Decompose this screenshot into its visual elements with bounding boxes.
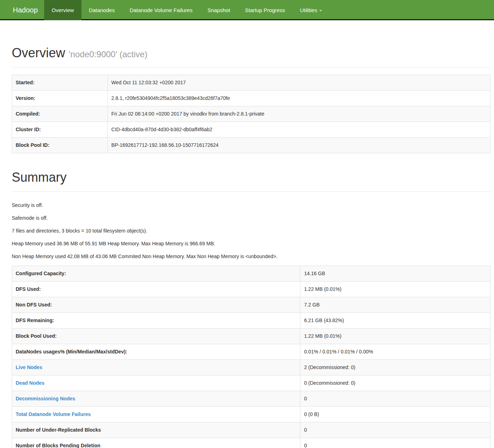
- row-label-cell: Dead Nodes: [12, 375, 300, 391]
- row-label-cell: Block Pool Used:: [12, 329, 300, 344]
- nav-link[interactable]: Overview: [44, 0, 82, 20]
- nav-link[interactable]: Startup Progress: [237, 0, 293, 20]
- nav-link[interactable]: Datanodes: [82, 0, 122, 20]
- row-label-cell: Number of Under-Replicated Blocks: [12, 422, 300, 438]
- nav-item-datanode-volume-failures: Datanode Volume Failures: [122, 0, 200, 19]
- nav-item-startup-progress: Startup Progress: [237, 0, 293, 19]
- nav-menu: Overview Datanodes Datanode Volume Failu…: [44, 0, 330, 19]
- row-label: Started:: [12, 75, 108, 90]
- row-label[interactable]: Total Datanode Volume Failures: [16, 411, 91, 417]
- summary-status-text: Security is off. Safemode is off. 7 file…: [12, 202, 490, 260]
- row-value: 0 (0 B): [300, 407, 490, 422]
- status-line: Security is off.: [12, 202, 490, 209]
- table-row: Number of Blocks Pending Deletion 0: [12, 438, 490, 448]
- row-value: 0.01% / 0.01% / 0.01% / 0.00%: [300, 344, 490, 360]
- table-row: Number of Under-Replicated Blocks 0: [12, 422, 490, 438]
- table-row: Live Nodes 2 (Decommissioned: 0): [12, 360, 490, 375]
- row-value: 7.2 GB: [300, 297, 490, 313]
- row-label: DFS Used:: [16, 286, 41, 292]
- row-value: 2.8.1, r20fe5304904fc2f5a18053c389e43cd2…: [107, 90, 490, 106]
- row-value: 0: [300, 422, 490, 438]
- table-row: Compiled: Fri Jun 02 08:14:00 +0200 2017…: [12, 106, 490, 122]
- row-label: DFS Remaining:: [16, 318, 54, 323]
- table-row: Block Pool Used: 1.22 MB (0.01%): [12, 329, 490, 344]
- page-title: Overview 'node0:9000' (active): [12, 46, 490, 60]
- navbar: Hadoop Overview Datanodes Datanode Volum…: [0, 0, 494, 20]
- row-label: Cluster ID:: [12, 122, 108, 137]
- table-row: Configured Capacity: 14.16 GB: [12, 266, 490, 282]
- row-value: 0 (Decommissioned: 0): [300, 375, 490, 391]
- row-label-cell: DataNodes usages% (Min/Median/Max/stdDev…: [12, 344, 300, 360]
- status-line: Heap Memory used 36.96 MB of 55.91 MB He…: [12, 240, 490, 247]
- table-row: Version: 2.8.1, r20fe5304904fc2f5a18053c…: [12, 90, 490, 106]
- nav-link[interactable]: Datanode Volume Failures: [122, 0, 200, 20]
- row-label: Block Pool Used:: [16, 333, 57, 339]
- nav-item-snapshot: Snapshot: [200, 0, 237, 19]
- row-label-cell: Live Nodes: [12, 360, 300, 375]
- row-label[interactable]: Dead Nodes: [16, 380, 44, 386]
- row-value: CID-4dbcd40a-870d-4d30-b382-db0aff4f6ab2: [107, 122, 490, 137]
- divider: [12, 191, 490, 192]
- table-row: Dead Nodes 0 (Decommissioned: 0): [12, 375, 490, 391]
- status-line: Non Heap Memory used 42.08 MB of 43.06 M…: [12, 253, 490, 260]
- table-row: DataNodes usages% (Min/Median/Max/stdDev…: [12, 344, 490, 360]
- nav-link[interactable]: Utilities: [293, 0, 330, 20]
- row-label-cell: DFS Used:: [12, 282, 300, 297]
- row-value: 6.21 GB (43.82%): [300, 313, 490, 329]
- row-label: Block Pool ID:: [12, 137, 108, 153]
- row-label: DataNodes usages% (Min/Median/Max/stdDev…: [16, 349, 127, 354]
- summary-title: Summary: [12, 170, 490, 185]
- row-label-cell: Configured Capacity:: [12, 266, 300, 282]
- table-row: Cluster ID: CID-4dbcd40a-870d-4d30-b382-…: [12, 122, 490, 137]
- divider: [12, 67, 490, 68]
- row-label[interactable]: Live Nodes: [16, 364, 42, 370]
- nav-item-datanodes: Datanodes: [82, 0, 122, 19]
- row-label-cell: DFS Remaining:: [12, 313, 300, 329]
- row-label: Compiled:: [12, 106, 108, 122]
- table-row: DFS Used: 1.22 MB (0.01%): [12, 282, 490, 297]
- nav-item-utilities: Utilities: [293, 0, 330, 19]
- main-content: Overview 'node0:9000' (active) Started: …: [12, 46, 490, 448]
- row-value: 1.22 MB (0.01%): [300, 329, 490, 344]
- row-label-cell: Number of Blocks Pending Deletion: [12, 438, 300, 448]
- status-line: 7 files and directories, 3 blocks = 10 t…: [12, 227, 490, 234]
- overview-info-table: Started: Wed Oct 11 12:03:32 +0200 2017 …: [12, 75, 490, 153]
- caret-down-icon: [319, 10, 322, 11]
- row-label-cell: Non DFS Used:: [12, 297, 300, 313]
- nav-link[interactable]: Snapshot: [200, 0, 237, 20]
- summary-table: Configured Capacity: 14.16 GB DFS Used: …: [12, 266, 490, 448]
- row-label[interactable]: Decommissioning Nodes: [16, 396, 75, 401]
- brand-hadoop[interactable]: Hadoop: [0, 0, 44, 19]
- row-value: 1.22 MB (0.01%): [300, 282, 490, 297]
- row-value: BP-1692617712-192.168.56.10-150771617262…: [107, 137, 490, 153]
- row-label: Number of Blocks Pending Deletion: [16, 443, 100, 448]
- page-title-subtitle: 'node0:9000' (active): [69, 49, 147, 59]
- row-value: 0: [300, 438, 490, 448]
- row-value: 0: [300, 391, 490, 407]
- table-row: Total Datanode Volume Failures 0 (0 B): [12, 407, 490, 422]
- status-line: Safemode is off.: [12, 214, 490, 222]
- nav-item-overview: Overview: [44, 0, 82, 19]
- row-label: Configured Capacity:: [16, 271, 66, 276]
- table-row: Non DFS Used: 7.2 GB: [12, 297, 490, 313]
- row-value: 14.16 GB: [300, 266, 490, 282]
- table-row: DFS Remaining: 6.21 GB (43.82%): [12, 313, 490, 329]
- row-value: 2 (Decommissioned: 0): [300, 360, 490, 375]
- row-label: Number of Under-Replicated Blocks: [16, 427, 101, 433]
- page-title-text: Overview: [12, 46, 65, 60]
- table-row: Started: Wed Oct 11 12:03:32 +0200 2017: [12, 75, 490, 90]
- row-label-cell: Total Datanode Volume Failures: [12, 407, 300, 422]
- row-value: Wed Oct 11 12:03:32 +0200 2017: [107, 75, 490, 90]
- row-value: Fri Jun 02 08:14:00 +0200 2017 by vinodk…: [107, 106, 490, 122]
- row-label: Non DFS Used:: [16, 302, 52, 308]
- table-row: Block Pool ID: BP-1692617712-192.168.56.…: [12, 137, 490, 153]
- row-label-cell: Decommissioning Nodes: [12, 391, 300, 407]
- table-row: Decommissioning Nodes 0: [12, 391, 490, 407]
- row-label: Version:: [12, 90, 108, 106]
